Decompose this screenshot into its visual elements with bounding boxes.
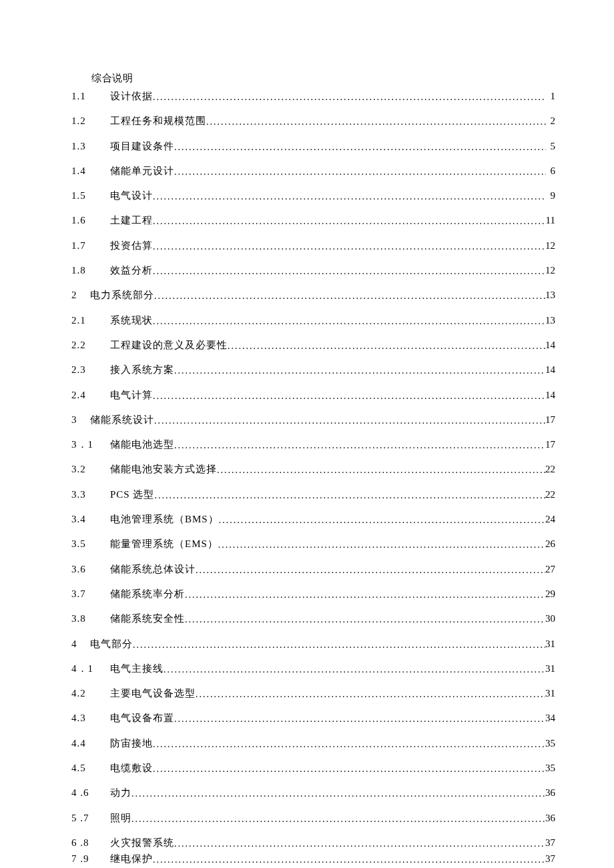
toc-page-number: 14 xyxy=(545,339,555,351)
toc-leader-dots xyxy=(174,714,545,725)
toc-title: 储能电池安装方式选择 xyxy=(110,463,217,475)
toc-entry: 1.3项目建设条件5 xyxy=(71,140,555,153)
toc-number: 1.4 xyxy=(71,165,110,177)
toc-leader-dots xyxy=(174,167,546,178)
toc-page-number: 30 xyxy=(545,612,555,624)
toc-number: 1.2 xyxy=(71,115,110,127)
toc-page-number: 26 xyxy=(545,538,555,550)
toc-number: 6 .8 xyxy=(71,837,110,849)
toc-leader-dots xyxy=(153,739,545,751)
toc-leader-dots xyxy=(153,216,546,228)
toc-leader-dots xyxy=(154,416,545,427)
toc-leader-dots xyxy=(174,839,545,850)
toc-number: 2.4 xyxy=(71,389,110,401)
toc-page-number: 2 xyxy=(546,115,555,127)
toc-entry: 4 .6动力36 xyxy=(71,787,555,799)
toc-leader-dots xyxy=(185,614,545,626)
toc-title: 电气部分 xyxy=(90,638,133,650)
toc-leader-dots xyxy=(154,490,545,502)
toc-title: 储能单元设计 xyxy=(110,165,174,177)
toc-title: 能量管理系统（EMS） xyxy=(110,538,218,550)
toc-page-number: 5 xyxy=(546,140,555,152)
toc-leader-dots xyxy=(174,440,545,452)
toc-leader-dots xyxy=(153,391,545,402)
toc-title: 储能系统率分析 xyxy=(110,588,185,600)
toc-number: 4 .6 xyxy=(71,787,110,799)
toc-title: 储能电池选型 xyxy=(110,438,174,450)
toc-entry: 4电气部分31 xyxy=(71,638,555,650)
toc-entry: 1.1设计依据1 xyxy=(71,90,555,103)
toc-entry: 6 .8火灾报警系统37 xyxy=(71,837,555,849)
toc-leader-dots xyxy=(228,341,545,352)
toc-page-number: 17 xyxy=(545,414,555,426)
toc-entry: 3.6储能系统总体设计27 xyxy=(71,563,555,576)
toc-number: 3 xyxy=(71,414,90,426)
toc-title: 照明 xyxy=(110,812,131,824)
toc-page-number: 34 xyxy=(545,712,555,724)
toc-number: 2 xyxy=(71,289,90,301)
toc-number: 3.5 xyxy=(71,538,110,550)
toc-title: 电气主接线 xyxy=(110,663,164,675)
toc-title: 工程任务和规模范围 xyxy=(110,115,206,127)
section-heading: 综合说明 xyxy=(91,72,555,85)
toc-number: 4 xyxy=(71,638,90,650)
toc-title: 电气计算 xyxy=(110,389,153,401)
toc-entry: 4.2主要电气设备选型31 xyxy=(71,687,555,700)
toc-title: 电气设计 xyxy=(110,189,153,201)
toc-number: 2.3 xyxy=(71,364,110,376)
toc-entry: 1.8效益分析12 xyxy=(71,264,555,277)
toc-title: 主要电气设备选型 xyxy=(110,687,196,699)
toc-title: 储能系统总体设计 xyxy=(110,563,196,575)
toc-entry: 1.7投资估算12 xyxy=(71,240,555,252)
toc-leader-dots xyxy=(131,814,545,825)
toc-number: 3．1 xyxy=(71,438,110,450)
toc-number: 1.1 xyxy=(71,90,110,102)
toc-entry: 3.2储能电池安装方式选择22 xyxy=(71,463,555,476)
toc-title: 火灾报警系统 xyxy=(110,837,174,849)
toc-number: 5 .7 xyxy=(71,812,110,824)
toc-page-number: 31 xyxy=(545,663,555,675)
toc-page-number: 13 xyxy=(545,314,555,326)
toc-leader-dots xyxy=(153,266,545,278)
toc-page-number: 37 xyxy=(545,853,555,865)
toc-leader-dots xyxy=(154,291,545,302)
toc-entry: 4.5电缆敷设35 xyxy=(71,762,555,775)
toc-page-number: 22 xyxy=(545,488,555,500)
toc-entry: 1.2工程任务和规模范围2 xyxy=(71,115,555,127)
toc-title: 接入系统方案 xyxy=(110,364,174,376)
toc-entry: 4.4防宙接地35 xyxy=(71,737,555,750)
toc-number: 4.3 xyxy=(71,712,110,724)
toc-entry: 3.5能量管理系统（EMS）26 xyxy=(71,538,555,550)
toc-entry: 2.1系统现状13 xyxy=(71,314,555,327)
toc-entry: 3储能系统设计17 xyxy=(71,414,555,426)
toc-title: 效益分析 xyxy=(110,264,153,276)
toc-leader-dots xyxy=(219,515,545,526)
toc-leader-dots xyxy=(153,855,545,866)
toc-number: 3.2 xyxy=(71,463,110,475)
toc-page-number: 36 xyxy=(545,787,555,799)
toc-title: 电气设备布置 xyxy=(110,712,174,724)
toc-entry: 2.3接入系统方案14 xyxy=(71,364,555,376)
toc-page-number: 1 xyxy=(546,90,555,102)
toc-number: 7 .9 xyxy=(71,853,110,865)
toc-page-number: 9 xyxy=(546,189,555,201)
toc-page-number: 35 xyxy=(545,762,555,774)
toc-number: 1.8 xyxy=(71,264,110,276)
toc-number: 4.5 xyxy=(71,762,110,774)
toc-page-number: 22 xyxy=(545,463,555,475)
toc-title: 系统现状 xyxy=(110,314,153,326)
toc-leader-dots xyxy=(133,640,545,651)
toc-title: 土建工程 xyxy=(110,214,153,226)
toc-entry: 3.7储能系统率分析29 xyxy=(71,588,555,600)
toc-leader-dots xyxy=(164,665,545,676)
toc-entry: 4.3电气设备布置34 xyxy=(71,712,555,725)
toc-title: 电力系统部分 xyxy=(90,289,154,301)
toc-leader-dots xyxy=(196,565,545,576)
toc-leader-dots xyxy=(153,92,546,103)
toc-page-number: 24 xyxy=(545,513,555,525)
toc-title: 工程建设的意义及必要性 xyxy=(110,339,228,351)
toc-entry: 1.4储能单元设计6 xyxy=(71,165,555,177)
toc-page-number: 12 xyxy=(545,240,555,252)
toc-leader-dots xyxy=(206,117,546,128)
toc-number: 3.4 xyxy=(71,513,110,525)
